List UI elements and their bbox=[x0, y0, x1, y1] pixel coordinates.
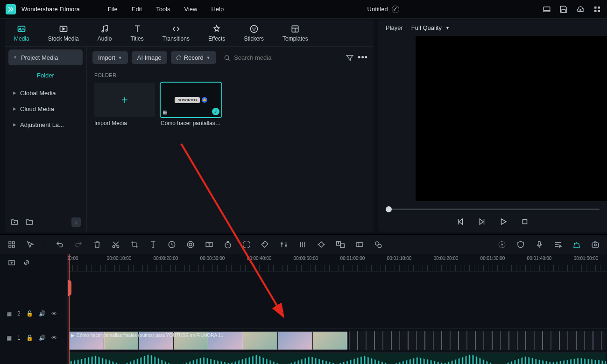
mic-icon[interactable] bbox=[535, 240, 543, 249]
save-icon[interactable] bbox=[559, 5, 568, 14]
sidebar-footer: ‹ bbox=[8, 215, 83, 230]
record-button[interactable]: Record▼ bbox=[171, 51, 216, 64]
lock-icon[interactable]: 🔓 bbox=[26, 335, 33, 341]
cursor-icon[interactable] bbox=[26, 240, 35, 249]
video-clip-dark[interactable] bbox=[349, 331, 606, 350]
search-input[interactable] bbox=[234, 54, 338, 61]
expand-icon[interactable] bbox=[242, 240, 251, 249]
svg-marker-9 bbox=[63, 28, 64, 30]
sidebar-global-media[interactable]: ▶ Global Media bbox=[8, 85, 83, 101]
text-overlay-icon[interactable] bbox=[205, 240, 213, 249]
audio-track[interactable] bbox=[68, 353, 607, 364]
sidebar-project-media[interactable]: ▼ Project Media bbox=[8, 49, 83, 65]
mute-icon[interactable]: 🔊 bbox=[39, 310, 46, 317]
sidebar-cloud-media[interactable]: ▶ Cloud Media bbox=[8, 101, 83, 117]
tab-stickers[interactable]: Stickers bbox=[234, 20, 273, 46]
tab-titles[interactable]: Titles bbox=[121, 20, 153, 46]
video-clip-main[interactable]: ▶Cómo hacer pantallas finales (outros) p… bbox=[69, 331, 348, 350]
quality-selector[interactable]: Full Quality ▼ bbox=[411, 24, 450, 31]
mixer-icon[interactable] bbox=[298, 240, 307, 249]
mute-icon[interactable]: 🔊 bbox=[39, 335, 46, 341]
tab-stock-media[interactable]: Stock Media bbox=[39, 20, 88, 46]
menu-tools[interactable]: Tools bbox=[156, 6, 170, 13]
spacer-lane[interactable] bbox=[68, 272, 607, 304]
library-body: ▼ Project Media Folder ▶ Global Media ▶ … bbox=[5, 47, 374, 232]
grid-icon[interactable] bbox=[7, 240, 16, 249]
import-button[interactable]: Import▼ bbox=[92, 51, 128, 64]
menu-help[interactable]: Help bbox=[211, 6, 224, 13]
tab-media[interactable]: Media bbox=[5, 20, 39, 46]
layout-icon[interactable] bbox=[543, 5, 551, 14]
new-folder-icon[interactable] bbox=[10, 218, 19, 226]
import-media-card[interactable]: + Import Media bbox=[94, 83, 155, 126]
svg-rect-55 bbox=[538, 241, 541, 245]
snapshot-icon[interactable] bbox=[591, 240, 600, 249]
menu-edit[interactable]: Edit bbox=[132, 6, 142, 13]
preview-video[interactable] bbox=[416, 36, 607, 201]
speed-icon[interactable] bbox=[168, 240, 176, 249]
keyframe-icon[interactable] bbox=[317, 240, 325, 249]
titles-icon bbox=[133, 24, 142, 34]
auto-icon[interactable] bbox=[498, 240, 506, 249]
slider-thumb[interactable] bbox=[386, 206, 392, 212]
redo-icon[interactable] bbox=[74, 240, 83, 249]
shield-icon[interactable] bbox=[516, 240, 525, 249]
tab-templates[interactable]: Templates bbox=[273, 20, 318, 46]
group-icon[interactable] bbox=[374, 240, 382, 249]
tab-effects[interactable]: Effects bbox=[199, 20, 234, 46]
track-header-1: ▦ 1 🔓 🔊 👁 bbox=[0, 326, 67, 350]
layout-icon[interactable] bbox=[355, 240, 364, 249]
playlist-icon[interactable] bbox=[554, 240, 562, 249]
ai-image-button[interactable]: AI Image bbox=[132, 51, 167, 64]
folder-icon[interactable] bbox=[25, 218, 34, 226]
video-track-icon[interactable]: ▦ bbox=[7, 310, 12, 317]
lock-icon[interactable]: 🔓 bbox=[26, 310, 33, 317]
filter-icon[interactable] bbox=[346, 54, 354, 62]
main-row: Media Stock Media Audio Titles Transitio… bbox=[0, 19, 607, 232]
stop-icon[interactable] bbox=[521, 217, 529, 226]
more-icon[interactable]: ••• bbox=[358, 53, 368, 63]
apps-icon[interactable] bbox=[593, 5, 601, 14]
eye-icon[interactable]: 👁 bbox=[51, 310, 57, 317]
cloud-upload-icon[interactable] bbox=[576, 5, 585, 14]
menu-file[interactable]: File bbox=[108, 6, 118, 13]
prev-frame-icon[interactable] bbox=[456, 217, 465, 226]
marker-icon[interactable] bbox=[572, 240, 581, 249]
video-track-2[interactable] bbox=[68, 304, 607, 329]
playhead[interactable] bbox=[69, 254, 70, 364]
color-icon[interactable] bbox=[186, 240, 195, 249]
delete-icon[interactable] bbox=[93, 240, 101, 249]
menu-view[interactable]: View bbox=[184, 6, 197, 13]
cut-icon[interactable] bbox=[112, 240, 120, 249]
eye-icon[interactable]: 👁 bbox=[51, 335, 57, 341]
tag-icon[interactable] bbox=[261, 240, 269, 249]
play-icon[interactable] bbox=[499, 217, 508, 226]
link-icon[interactable] bbox=[22, 259, 31, 267]
svg-rect-3 bbox=[598, 7, 600, 9]
tab-transitions[interactable]: Transitions bbox=[153, 20, 199, 46]
sidebar-collapse-button[interactable]: ‹ bbox=[71, 217, 81, 227]
player-label: Player bbox=[386, 24, 403, 31]
tab-audio[interactable]: Audio bbox=[88, 20, 121, 46]
text-icon[interactable] bbox=[149, 240, 157, 249]
tracks-area[interactable]: 00:00 00:00:10:00 00:00:20:00 00:00:30:0… bbox=[68, 254, 607, 364]
preview-slider[interactable] bbox=[378, 201, 607, 214]
adjust-icon[interactable] bbox=[280, 240, 288, 249]
translate-icon[interactable] bbox=[336, 240, 345, 249]
add-track-icon[interactable] bbox=[7, 259, 16, 267]
sidebar-adjustment-layer[interactable]: ▶ Adjustment La... bbox=[8, 117, 83, 133]
audio-clip[interactable] bbox=[69, 353, 606, 364]
sidebar-folder[interactable]: Folder bbox=[8, 65, 83, 85]
video-track-icon[interactable]: ▦ bbox=[7, 335, 12, 341]
sync-status-icon[interactable]: ✓ bbox=[392, 6, 399, 13]
play-icon: ▶ bbox=[71, 333, 75, 338]
crop-icon[interactable] bbox=[130, 240, 139, 249]
media-clip-card[interactable]: SUSCRITO 👍 ▦ ✓ Cómo hacer pantallas ... bbox=[161, 83, 221, 126]
timeline-ruler[interactable]: 00:00 00:00:10:00 00:00:20:00 00:00:30:0… bbox=[68, 254, 607, 272]
effects-icon bbox=[212, 24, 221, 34]
project-title[interactable]: Untitled bbox=[367, 6, 388, 13]
next-frame-icon[interactable] bbox=[478, 217, 486, 226]
undo-icon[interactable] bbox=[56, 240, 64, 249]
timer-icon[interactable] bbox=[224, 240, 232, 249]
video-track-1[interactable]: ▶Cómo hacer pantallas finales (outros) p… bbox=[68, 329, 607, 353]
